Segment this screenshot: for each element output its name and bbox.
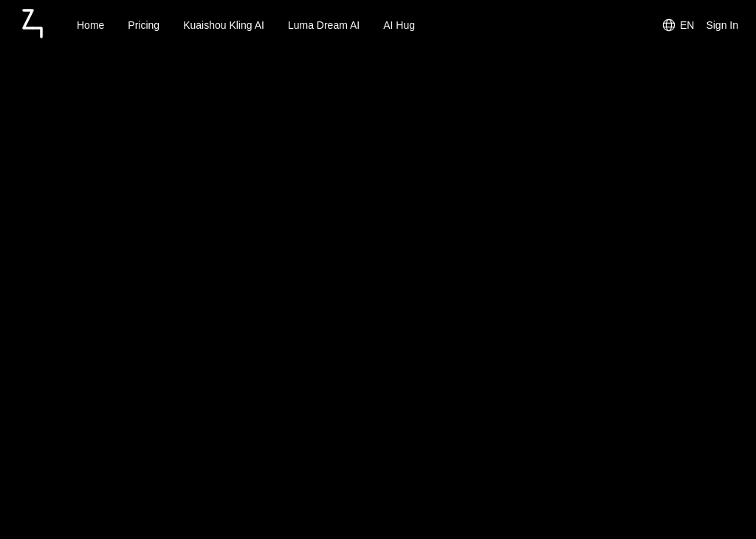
- main-nav: Home Pricing Kuaishou Kling AI Luma Drea…: [77, 19, 662, 31]
- main-content: [0, 50, 756, 539]
- header: Home Pricing Kuaishou Kling AI Luma Drea…: [0, 0, 756, 50]
- nav-item-pricing[interactable]: Pricing: [128, 19, 159, 31]
- sign-in-button[interactable]: Sign In: [706, 19, 738, 31]
- language-selector[interactable]: EN: [662, 18, 694, 32]
- logo[interactable]: [18, 7, 47, 44]
- nav-item-ai-hug[interactable]: AI Hug: [383, 19, 415, 31]
- svg-point-0: [663, 19, 674, 30]
- nav-item-home[interactable]: Home: [77, 19, 104, 31]
- globe-icon: [662, 18, 676, 32]
- header-right: EN Sign In: [662, 18, 738, 32]
- nav-item-luma-dream[interactable]: Luma Dream AI: [288, 19, 360, 31]
- logo-icon: [18, 7, 47, 44]
- language-label: EN: [680, 19, 694, 31]
- nav-item-kling-ai[interactable]: Kuaishou Kling AI: [183, 19, 264, 31]
- svg-point-1: [666, 19, 671, 30]
